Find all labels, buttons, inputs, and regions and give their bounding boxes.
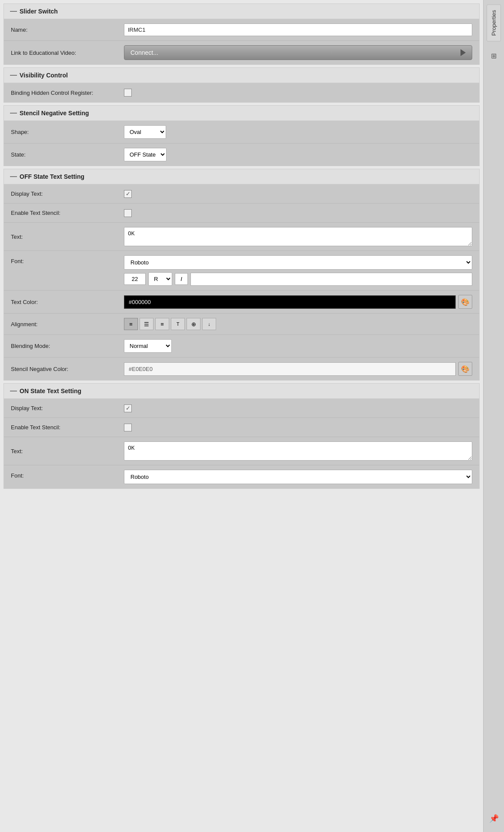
off-blending-row: Blending Mode: Normal Multiply Screen Ov… (4, 335, 479, 358)
off-stencil-neg-color-value: #E0E0E0 (129, 366, 153, 372)
off-blending-label: Blending Mode: (11, 343, 124, 349)
off-align-middle-btn[interactable]: ⊕ (187, 318, 200, 330)
off-stencil-neg-color-display: #E0E0E0 (124, 362, 456, 376)
stencil-negative-body: Shape: Oval Rectangle Diamond State: OFF… (4, 121, 479, 166)
off-state-text-title: OFF State Text Setting (20, 173, 84, 180)
binding-label: Binding Hidden Control Register: (11, 90, 124, 96)
off-blending-control: Normal Multiply Screen Overlay (124, 339, 472, 353)
off-alignment-buttons: ≡ ☰ ≡ T ⊕ ↓ (124, 318, 216, 330)
off-display-text-label: Display Text: (11, 190, 124, 197)
off-font-size-row: R B I (124, 272, 472, 286)
slider-switch-header: — Slider Switch (4, 4, 479, 19)
on-text-control: OK (124, 441, 472, 461)
controls-icon[interactable]: ⊞ (491, 52, 497, 60)
off-text-row: Text: OK (4, 223, 479, 251)
connect-btn-label: Connect... (130, 49, 158, 56)
on-display-text-row: Display Text: (4, 399, 479, 418)
off-text-color-value: #000000 (129, 299, 151, 305)
visibility-control-title: Visibility Control (20, 72, 68, 79)
off-font-size-input[interactable] (124, 273, 146, 285)
off-stencil-neg-color-control: #E0E0E0 🎨 (124, 362, 472, 376)
binding-row: Binding Hidden Control Register: (4, 83, 479, 102)
off-enable-stencil-row: Enable Text Stencil: (4, 204, 479, 223)
on-text-row: Text: OK (4, 437, 479, 465)
off-state-text-body: Display Text: Enable Text Stencil: Text: (4, 184, 479, 380)
name-control (124, 23, 472, 36)
on-display-text-checkbox[interactable] (124, 404, 132, 412)
on-display-text-control (124, 404, 472, 412)
state-select[interactable]: OFF State ON State (124, 148, 167, 161)
on-state-text-header: — ON State Text Setting (4, 384, 479, 399)
slider-switch-title: Slider Switch (20, 8, 58, 15)
off-display-text-control (124, 190, 472, 198)
off-font-style-select[interactable]: R B (148, 272, 172, 286)
off-text-color-row: Text Color: #000000 🎨 (4, 291, 479, 314)
visibility-control-icon: — (10, 71, 17, 79)
shape-control: Oval Rectangle Diamond (124, 125, 472, 139)
shape-select[interactable]: Oval Rectangle Diamond (124, 125, 166, 139)
off-stencil-neg-color-label: Stencil Negative Color: (11, 366, 124, 372)
state-control: OFF State ON State (124, 148, 472, 161)
on-font-row: Font: Roboto Arial Helvetica (4, 465, 479, 488)
off-font-row: Font: Roboto Arial Helvetica R (4, 251, 479, 291)
name-input[interactable] (124, 23, 472, 36)
visibility-control-body: Binding Hidden Control Register: (4, 83, 479, 102)
off-enable-stencil-control (124, 209, 472, 217)
on-state-text-title: ON State Text Setting (20, 388, 81, 394)
off-align-top-btn[interactable]: T (171, 318, 185, 330)
state-row: State: OFF State ON State (4, 144, 479, 166)
visibility-control-header: — Visibility Control (4, 68, 479, 83)
off-state-text-section: — OFF State Text Setting Display Text: E… (3, 169, 480, 381)
on-enable-stencil-row: Enable Text Stencil: (4, 418, 479, 437)
bottom-spacer (3, 491, 480, 578)
off-blending-select[interactable]: Normal Multiply Screen Overlay (124, 339, 172, 353)
off-font-italic-btn[interactable]: I (175, 273, 188, 285)
on-font-label: Font: (11, 470, 124, 479)
off-text-label: Text: (11, 234, 124, 240)
off-alignment-label: Alignment: (11, 321, 124, 327)
on-state-text-section: — ON State Text Setting Display Text: En… (3, 383, 480, 489)
slider-switch-body: Name: Link to Educational Video: Connect… (4, 19, 479, 64)
off-font-select[interactable]: Roboto Arial Helvetica (124, 255, 472, 270)
stencil-negative-header: — Stencil Negative Setting (4, 106, 479, 121)
video-row: Link to Educational Video: Connect... (4, 41, 479, 64)
shape-label: Shape: (11, 129, 124, 135)
name-label: Name: (11, 27, 124, 33)
binding-checkbox[interactable] (124, 89, 132, 97)
off-align-left-btn[interactable]: ≡ (124, 318, 138, 330)
off-display-text-row: Display Text: (4, 184, 479, 204)
off-enable-stencil-checkbox[interactable] (124, 209, 132, 217)
connect-button[interactable]: Connect... (124, 45, 472, 60)
off-stencil-neg-palette-btn[interactable]: 🎨 (458, 362, 472, 376)
off-text-control: OK (124, 227, 472, 246)
off-stencil-neg-color-row: Stencil Negative Color: #E0E0E0 🎨 (4, 358, 479, 380)
properties-tab[interactable]: Properties (487, 4, 501, 41)
on-text-input[interactable]: OK (124, 441, 472, 461)
on-enable-stencil-checkbox[interactable] (124, 424, 132, 431)
off-font-color-box (190, 273, 472, 286)
off-align-center-btn[interactable]: ☰ (140, 318, 154, 330)
off-display-text-checkbox[interactable] (124, 190, 132, 198)
off-text-color-palette-btn[interactable]: 🎨 (458, 295, 472, 309)
slider-switch-icon: — (10, 7, 17, 15)
off-text-color-control: #000000 🎨 (124, 295, 472, 309)
state-label: State: (11, 151, 124, 158)
stencil-negative-title: Stencil Negative Setting (20, 110, 89, 117)
on-text-label: Text: (11, 448, 124, 454)
visibility-control-section: — Visibility Control Binding Hidden Cont… (3, 67, 480, 103)
off-align-bottom-btn[interactable]: ↓ (202, 318, 216, 330)
shape-row: Shape: Oval Rectangle Diamond (4, 121, 479, 144)
on-font-select[interactable]: Roboto Arial Helvetica (124, 470, 472, 484)
connect-btn-arrow-icon (461, 49, 466, 56)
on-font-control: Roboto Arial Helvetica (124, 470, 472, 484)
off-text-color-label: Text Color: (11, 299, 124, 305)
off-align-right-btn[interactable]: ≡ (155, 318, 169, 330)
stencil-negative-icon: — (10, 109, 17, 117)
off-state-text-header: — OFF State Text Setting (4, 169, 479, 184)
off-text-input[interactable]: OK (124, 227, 472, 246)
pin-icon[interactable]: 📌 (489, 814, 499, 823)
on-state-icon: — (10, 387, 17, 395)
on-state-text-body: Display Text: Enable Text Stencil: Text: (4, 399, 479, 488)
slider-switch-section: — Slider Switch Name: Link to Educationa… (3, 3, 480, 65)
binding-control (124, 89, 472, 97)
